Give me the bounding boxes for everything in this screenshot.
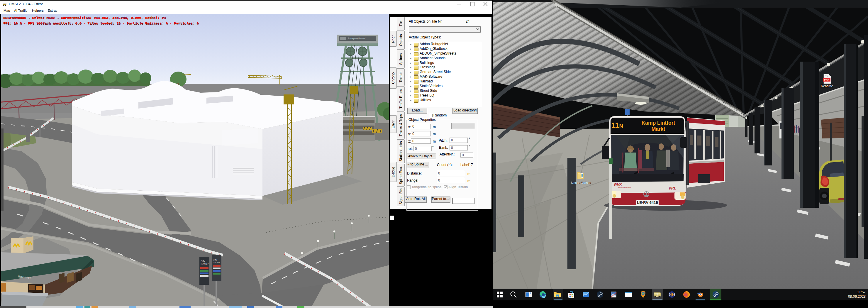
svg-text:Center: Center: [213, 261, 220, 264]
svg-text:RVK: RVK: [614, 182, 623, 187]
svg-text:City: City: [200, 259, 205, 263]
svg-text:LE·RV 6415: LE·RV 6415: [637, 201, 658, 205]
svg-text:Markt: Markt: [652, 126, 665, 132]
svg-text:Kamp Lintfort: Kamp Lintfort: [642, 120, 675, 126]
svg-text:Center: Center: [200, 263, 209, 266]
svg-text:VRL: VRL: [669, 186, 676, 190]
svg-text:PDF: PDF: [824, 79, 830, 82]
svg-text:City: City: [213, 258, 217, 261]
svg-text:Prosper-Haniel: Prosper-Haniel: [348, 37, 365, 40]
svg-text:2: 2: [656, 292, 659, 298]
svg-text:Regionalverkehr: Regionalverkehr: [618, 187, 631, 188]
